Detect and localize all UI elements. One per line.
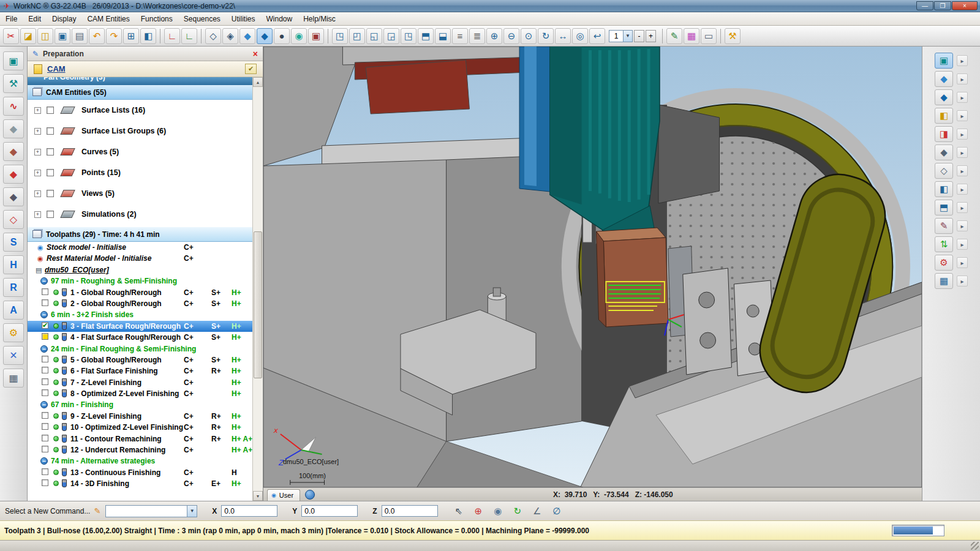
toolpath-checkbox[interactable]: ✔ bbox=[42, 322, 48, 329]
toolpath-group-row[interactable]: −24 min - Final Roughing & Semi-Finishin… bbox=[28, 343, 252, 354]
layer-increment-button[interactable]: + bbox=[646, 30, 656, 42]
expand-icon[interactable]: + bbox=[34, 170, 41, 176]
dynamic-view-icon-aux[interactable]: ▸ bbox=[957, 202, 968, 213]
menu-item-help-misc[interactable]: Help/Misc bbox=[298, 13, 341, 25]
hidden-line-view-icon[interactable]: ◈ bbox=[222, 28, 238, 44]
menu-item-functions[interactable]: Functions bbox=[135, 13, 178, 25]
menu-item-window[interactable]: Window bbox=[261, 13, 298, 25]
toolpath-row[interactable]: 10 - Optimized Z-Level FinishingC+R+H+ bbox=[28, 422, 252, 433]
expand-icon[interactable]: + bbox=[34, 190, 41, 197]
tree-scrollbar[interactable]: ▲ ▼ bbox=[252, 77, 263, 501]
report-icon[interactable]: ≡ bbox=[452, 28, 468, 44]
maximize-button[interactable]: ❐ bbox=[934, 1, 951, 10]
stock-tool-icon[interactable]: ⚙ bbox=[3, 323, 24, 342]
toolpath-row[interactable]: 5 - Global Rough/ReroughC+S+H+ bbox=[28, 354, 252, 365]
section-view-icon-aux[interactable]: ▸ bbox=[957, 184, 968, 195]
viewport-3d[interactable]: x Z dmu50_ECO[user] 100(mm) bbox=[263, 47, 922, 487]
print-icon[interactable]: ▤ bbox=[72, 28, 88, 44]
entity-checkbox[interactable] bbox=[47, 211, 54, 218]
pick-cursor-icon[interactable]: ⇖ bbox=[451, 504, 466, 519]
shaded-cube-icon-aux[interactable]: ▸ bbox=[957, 92, 968, 103]
zoom-window-icon[interactable]: ⊖ bbox=[503, 28, 519, 44]
collision-check-icon[interactable]: ◨ bbox=[935, 126, 953, 142]
toolpath-checkbox[interactable] bbox=[42, 299, 48, 306]
scroll-up-button[interactable]: ▲ bbox=[253, 77, 263, 87]
expand-icon[interactable]: + bbox=[34, 128, 41, 135]
entity-checkbox[interactable] bbox=[47, 169, 54, 176]
toolpath-row[interactable]: ✔3 - Flat Surface Rough/ReroughC+S+H+ bbox=[28, 321, 252, 332]
toolpath-row[interactable]: 2 - Global Rough/ReroughC+S+H+ bbox=[28, 298, 252, 309]
toolpath-row[interactable]: 14 - 3D FinishingC+E+H+ bbox=[28, 478, 252, 489]
resize-grip[interactable] bbox=[971, 542, 979, 550]
machine-sim-icon[interactable]: ▣ bbox=[935, 53, 953, 69]
color-palette-icon[interactable]: ▦ bbox=[684, 28, 699, 44]
toolpath-checkbox[interactable] bbox=[42, 468, 48, 475]
transparency-icon[interactable]: ◇ bbox=[935, 163, 953, 179]
pan-view-icon[interactable]: ↔ bbox=[555, 28, 571, 44]
measure-icon[interactable]: ✎ bbox=[935, 218, 953, 234]
x-input[interactable] bbox=[221, 505, 277, 517]
hide-panel-icon[interactable]: ▦ bbox=[935, 273, 953, 289]
collision-check-icon-aux[interactable]: ▸ bbox=[957, 129, 968, 140]
toolpath-row[interactable]: 6 - Flat Surface FinishingC+R+H+ bbox=[28, 365, 252, 377]
machine-sim-icon-aux[interactable]: ▸ bbox=[957, 55, 968, 66]
entity-row-surface-list-groups[interactable]: +Surface List Groups (6) bbox=[28, 121, 252, 141]
entity-row-points[interactable]: +Points (15) bbox=[28, 162, 252, 183]
toolpath-row[interactable]: 9 - Z-Level FinishingC+R+H+ bbox=[28, 411, 252, 422]
command-combo[interactable]: ▼ bbox=[105, 505, 197, 517]
open-folder-icon[interactable]: ◪ bbox=[20, 28, 36, 44]
z-input[interactable] bbox=[382, 505, 438, 517]
view-iso-icon[interactable]: ◳ bbox=[332, 28, 348, 44]
toolpath-row[interactable]: 4 - Flat Surface Rough/ReroughC+S+H+ bbox=[28, 332, 252, 343]
toolpath-row[interactable]: ◉Rest Material Model - InitialiseC+ bbox=[28, 253, 252, 264]
menu-item-utilities[interactable]: Utilities bbox=[226, 13, 261, 25]
measure-angle-icon[interactable]: ∠ bbox=[530, 504, 545, 519]
close-button[interactable]: × bbox=[952, 1, 978, 10]
workstation-icon[interactable]: ▭ bbox=[701, 28, 717, 44]
screenshot-icon[interactable]: ▣ bbox=[308, 28, 324, 44]
measure-icon-aux[interactable]: ▸ bbox=[957, 220, 968, 231]
toolpath-checkbox[interactable] bbox=[42, 288, 48, 295]
toolpath-row[interactable]: ◉Stock model - InitialiseC+ bbox=[28, 242, 252, 253]
save-icon[interactable]: ▣ bbox=[55, 28, 70, 44]
entity-checkbox[interactable] bbox=[47, 107, 54, 114]
rendered-view-icon[interactable]: ◉ bbox=[291, 28, 307, 44]
user-view-tab[interactable]: ◉ User bbox=[267, 489, 300, 501]
close-panel-button[interactable]: × bbox=[253, 49, 258, 59]
toolpath-checkbox[interactable] bbox=[42, 423, 48, 430]
center-view-icon[interactable]: ◎ bbox=[572, 28, 588, 44]
calculator-icon[interactable]: ▦ bbox=[3, 369, 24, 388]
collapse-icon[interactable]: − bbox=[40, 311, 48, 318]
a-mode-icon[interactable]: A bbox=[3, 301, 24, 320]
toolpath-checkbox[interactable] bbox=[42, 378, 48, 385]
menu-item-edit[interactable]: Edit bbox=[23, 13, 47, 25]
entity-row-curves[interactable]: +Curves (5) bbox=[28, 141, 252, 162]
hide-panel-icon-aux[interactable]: ▸ bbox=[957, 276, 968, 287]
toolpaths-header[interactable]: Toolpaths (29) - Time: 4 h 41 min bbox=[28, 227, 252, 242]
s-mode-icon[interactable]: S bbox=[3, 233, 24, 252]
toolpath-checkbox[interactable] bbox=[42, 446, 48, 452]
zoom-region-icon[interactable]: ⊕ bbox=[471, 504, 486, 519]
cam-apply-button[interactable]: ✔ bbox=[245, 64, 257, 74]
orbit-view-icon[interactable]: ◉ bbox=[491, 504, 505, 519]
toolpath-points-icon[interactable]: ∿ bbox=[3, 97, 24, 116]
toolpath-row[interactable]: 7 - Z-Level FinishingC+H+ bbox=[28, 377, 252, 388]
toolpath-row[interactable]: 12 - Undercut RemachiningC+H+ A+ bbox=[28, 444, 252, 455]
zoom-fit-icon[interactable]: ⊙ bbox=[521, 28, 537, 44]
entity-checkbox[interactable] bbox=[47, 148, 54, 156]
collapse-icon[interactable]: − bbox=[40, 457, 48, 465]
stock-model-view-icon-aux[interactable]: ▸ bbox=[957, 110, 968, 121]
minimize-button[interactable]: — bbox=[916, 1, 933, 10]
toolpath-row[interactable]: 1 - Global Rough/ReroughC+S+H+ bbox=[28, 287, 252, 298]
remove-material-icon-aux[interactable]: ▸ bbox=[957, 147, 968, 158]
section-view-icon[interactable]: ◧ bbox=[935, 181, 953, 197]
tool-assembly-icon[interactable]: ⚒ bbox=[3, 74, 24, 93]
iso-cube-icon-aux[interactable]: ▸ bbox=[957, 73, 968, 84]
iso-cube-icon[interactable]: ◆ bbox=[935, 71, 953, 87]
wireframe-view-icon[interactable]: ◇ bbox=[205, 28, 221, 44]
toolpath-group-row[interactable]: −74 min - Alternative strategies bbox=[28, 455, 252, 467]
toolpath-checkbox[interactable] bbox=[42, 412, 48, 419]
view-bottom-icon[interactable]: ⬓ bbox=[435, 28, 451, 44]
view-left-icon[interactable]: ◲ bbox=[383, 28, 399, 44]
part-geometry-header[interactable]: Part Geometry (3) bbox=[28, 77, 252, 85]
